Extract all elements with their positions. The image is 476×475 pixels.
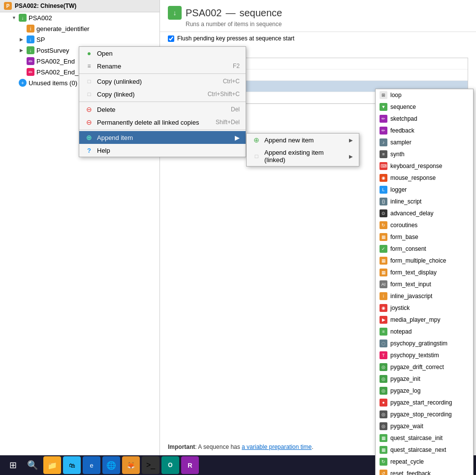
- ctx-rename[interactable]: ≡ Rename F2: [79, 60, 246, 72]
- prep-time-link[interactable]: a variable preparation time: [242, 443, 312, 450]
- items-list-item-pygaze_start_recording[interactable]: ●pygaze_start_recording: [376, 397, 473, 408]
- items-list-item-pygaze_wait[interactable]: ◎pygaze_wait: [376, 420, 473, 432]
- items-list-item-form_consent[interactable]: ✓form_consent: [376, 243, 473, 255]
- item-label-coroutines: coroutines: [390, 222, 417, 229]
- ctx-delete-shortcut: Del: [231, 106, 240, 113]
- items-list-item-form_text_input[interactable]: AIform_text_input: [376, 278, 473, 290]
- items-list-item-advanced_delay[interactable]: ⊙advanced_delay: [376, 207, 473, 219]
- items-list-item-quest_staircase_next[interactable]: ▦quest_staircase_next: [376, 444, 473, 456]
- item-icon-advanced_delay: ⊙: [380, 209, 387, 217]
- items-list-item-media_player_mpy[interactable]: ▶media_player_mpy: [376, 314, 473, 326]
- sub-append-new[interactable]: ⊕ Append new item ▶: [247, 134, 359, 146]
- items-list-item-reset_feedback[interactable]: ↺reset_feedback: [376, 468, 473, 475]
- item-icon-pygaze_init: ◎: [380, 375, 387, 383]
- sequence-type: sequence: [239, 7, 282, 19]
- search-button[interactable]: 🔍: [24, 456, 41, 474]
- tree-item-psa002[interactable]: ▼ ↓ PSA002: [0, 12, 159, 23]
- item-icon-inline_script: {}: [380, 198, 387, 205]
- taskbar-browser2[interactable]: 🌐: [102, 456, 120, 474]
- item-icon-form_text_input: AI: [380, 280, 387, 288]
- items-list-item-pygaze_log[interactable]: ◎pygaze_log: [376, 385, 473, 397]
- items-list-item-psychopy_gratingstim[interactable]: ◌psychopy_gratingstim: [376, 338, 473, 349]
- ctx-perm-delete[interactable]: ⊖ Permanently delete all linked copies S…: [79, 116, 246, 129]
- items-list-item-sequence[interactable]: ▼sequence: [376, 101, 473, 113]
- item-label-pygaze_start_recording: pygaze_start_recording: [390, 399, 452, 406]
- items-list-item-coroutines[interactable]: ↻coroutines: [376, 219, 473, 231]
- items-list-item-feedback[interactable]: ✏feedback: [376, 125, 473, 136]
- ctx-help[interactable]: ? Help: [79, 144, 246, 157]
- tree-item-sp[interactable]: ▶ ↓ SP: [0, 34, 159, 45]
- ctx-divider-3: [79, 130, 246, 130]
- item-icon-sequence: ▼: [380, 103, 387, 111]
- append-icon: ⊕: [85, 134, 93, 141]
- items-list-item-joystick[interactable]: ◉joystick: [376, 302, 473, 314]
- items-list-item-pygaze_drift_correct[interactable]: ◎pygaze_drift_correct: [376, 361, 473, 373]
- sub-append-existing[interactable]: □ Append existing item (linked) ▶: [247, 146, 359, 166]
- ctx-copy-linked-shortcut: Ctrl+Shift+C: [208, 91, 240, 98]
- items-list-item-pygaze_stop_recording[interactable]: ◎pygaze_stop_recording: [376, 408, 473, 420]
- taskbar-app-purple[interactable]: R: [181, 456, 199, 474]
- item-label-sketchpad: sketchpad: [390, 115, 417, 122]
- sp-label: SP: [36, 36, 45, 43]
- taskbar-app-teal[interactable]: O: [161, 456, 179, 474]
- items-list-item-repeat_cycle[interactable]: ↻repeat_cycle: [376, 456, 473, 468]
- sequence-dash: —: [225, 7, 235, 19]
- ctx-perm-delete-shortcut: Shift+Del: [216, 119, 240, 126]
- item-label-pygaze_wait: pygaze_wait: [390, 423, 423, 430]
- taskbar-edge[interactable]: e: [83, 456, 100, 474]
- item-icon-sampler: ♪: [380, 138, 387, 146]
- item-label-form_text_display: form_text_display: [390, 269, 437, 276]
- ctx-copy-unlinked-label: Copy (unlinked): [97, 78, 142, 85]
- item-label-pygaze_stop_recording: pygaze_stop_recording: [390, 411, 452, 418]
- ctx-copy-unlinked[interactable]: □ Copy (unlinked) Ctrl+C: [79, 75, 246, 88]
- note-period: .: [312, 443, 313, 450]
- sequence-icon: ↓: [168, 6, 182, 20]
- note-text: : A sequence has: [195, 443, 242, 450]
- item-label-synth: synth: [390, 151, 405, 158]
- items-list-item-logger[interactable]: Llogger: [376, 184, 473, 196]
- taskbar-store[interactable]: 🛍: [63, 456, 81, 474]
- items-list-item-loop[interactable]: ⊞loop: [376, 89, 473, 101]
- ctx-divider-1: [79, 73, 246, 74]
- items-list-item-synth[interactable]: ≡synth: [376, 148, 473, 160]
- items-list-item-keyboard_response[interactable]: ⌨keyboard_response: [376, 160, 473, 172]
- items-list-item-notepad[interactable]: ≡notepad: [376, 326, 473, 338]
- flush-label: Flush pending key presses at sequence st…: [177, 35, 294, 42]
- tree-item-generate-identifier[interactable]: i generate_identifier: [0, 23, 159, 34]
- flush-checkbox[interactable]: [168, 35, 174, 42]
- item-label-pygaze_log: pygaze_log: [390, 387, 420, 394]
- start-button[interactable]: ⊞: [4, 456, 22, 474]
- items-list-item-form_text_display[interactable]: ▦form_text_display: [376, 267, 473, 278]
- ctx-perm-delete-label: Permanently delete all linked copies: [97, 119, 199, 126]
- ctx-copy-linked[interactable]: □ Copy (linked) Ctrl+Shift+C: [79, 88, 246, 101]
- items-list-item-inline_javascript[interactable]: iinline_javascript: [376, 290, 473, 302]
- sub-append-new-arrow: ▶: [349, 137, 353, 143]
- ctx-open[interactable]: ● Open: [79, 47, 246, 60]
- item-label-form_multiple_choice: form_multiple_choice: [390, 257, 446, 264]
- item-icon-pygaze_start_recording: ●: [380, 399, 387, 407]
- item-label-form_consent: form_consent: [390, 245, 426, 252]
- items-list-item-inline_script[interactable]: {}inline_script: [376, 196, 473, 207]
- sub-append-new-label: Append new item: [264, 136, 314, 144]
- psa002-label: PSA002: [29, 14, 52, 22]
- ctx-delete[interactable]: ⊖ Delete Del: [79, 103, 246, 116]
- items-list-item-form_base[interactable]: ▦form_base: [376, 231, 473, 243]
- taskbar-explorer[interactable]: 📁: [43, 456, 61, 474]
- items-list-item-sketchpad[interactable]: ✏sketchpad: [376, 113, 473, 125]
- items-list-item-psychopy_textstim[interactable]: Tpsychopy_textstim: [376, 349, 473, 361]
- chevron-sp: ▶: [20, 37, 25, 42]
- ctx-append-item[interactable]: ⊕ Append item ▶: [79, 131, 246, 144]
- item-icon-quest_staircase_init: ▦: [380, 434, 387, 442]
- items-list-item-sampler[interactable]: ♪sampler: [376, 136, 473, 148]
- important-bold: Important: [168, 443, 195, 450]
- items-list-item-form_multiple_choice[interactable]: ▦form_multiple_choice: [376, 255, 473, 267]
- chevron-psa002: ▼: [12, 15, 17, 20]
- taskbar-firefox[interactable]: 🦊: [122, 456, 140, 474]
- item-label-inline_javascript: inline_javascript: [390, 293, 432, 300]
- items-list-item-pygaze_init[interactable]: ◎pygaze_init: [376, 373, 473, 385]
- taskbar-terminal[interactable]: >_: [142, 456, 159, 474]
- item-label-quest_staircase_init: quest_staircase_init: [390, 435, 443, 441]
- items-list-item-mouse_response[interactable]: ◉mouse_response: [376, 172, 473, 184]
- items-list-item-quest_staircase_init[interactable]: ▦quest_staircase_init: [376, 432, 473, 444]
- end-icon: ✏: [27, 57, 34, 65]
